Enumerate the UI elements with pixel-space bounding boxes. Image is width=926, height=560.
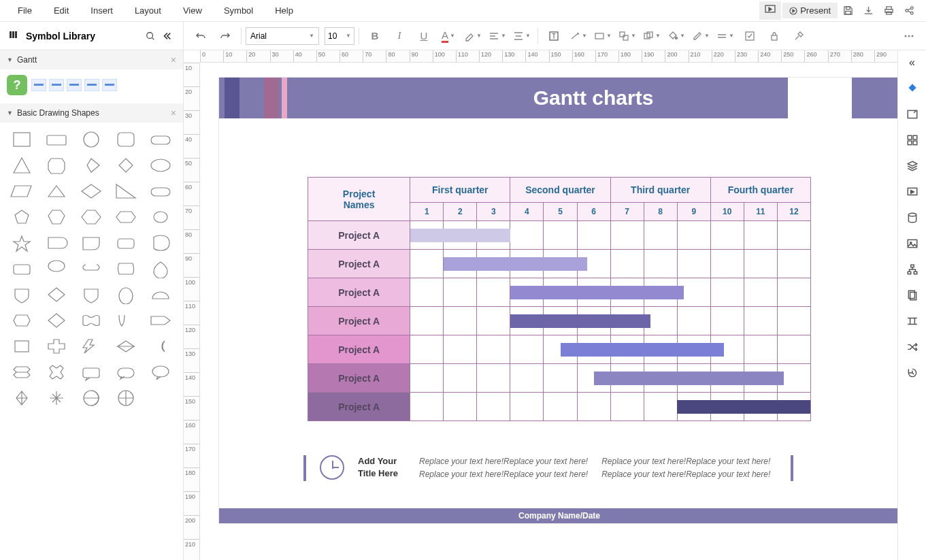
shape-thumb[interactable] xyxy=(78,129,105,150)
underline-icon[interactable]: U xyxy=(412,24,435,48)
group-icon[interactable]: ▼ xyxy=(616,24,639,48)
grid-icon[interactable] xyxy=(904,132,921,148)
shape-thumb[interactable] xyxy=(8,388,35,408)
bold-icon[interactable]: B xyxy=(363,24,386,48)
font-size-select[interactable]: 10▼ xyxy=(325,27,354,45)
shape-thumb[interactable] xyxy=(43,336,70,357)
gantt-row[interactable]: Project A xyxy=(308,221,811,250)
shape-thumb[interactable] xyxy=(147,129,174,150)
menu-insert[interactable]: Insert xyxy=(80,5,124,16)
checkbox-icon[interactable] xyxy=(738,24,761,48)
shape-thumb[interactable] xyxy=(112,155,139,176)
shape-thumb[interactable] xyxy=(147,207,174,227)
shape-thumb[interactable] xyxy=(43,129,70,150)
shape-thumb[interactable] xyxy=(112,336,139,357)
gantt-row[interactable]: Project A xyxy=(308,393,811,421)
shape-thumb[interactable] xyxy=(147,155,174,176)
layers-icon[interactable]: ▼ xyxy=(640,24,663,48)
undo-icon[interactable] xyxy=(189,24,212,48)
hierarchy-icon[interactable] xyxy=(904,261,921,278)
export-frame-icon[interactable] xyxy=(904,106,921,122)
lock-icon[interactable] xyxy=(763,24,786,48)
align-icon[interactable]: ▼ xyxy=(486,24,509,48)
history-icon[interactable] xyxy=(904,365,921,381)
gantt-thumb[interactable] xyxy=(31,79,46,91)
shape-thumb[interactable] xyxy=(78,362,105,382)
highlight-icon[interactable]: ▼ xyxy=(461,24,484,48)
print-icon[interactable] xyxy=(878,1,899,20)
shape-thumb[interactable] xyxy=(147,336,174,357)
shape-thumb[interactable] xyxy=(78,388,105,408)
shape-thumb[interactable] xyxy=(78,233,105,253)
menu-layout[interactable]: Layout xyxy=(124,5,172,16)
present-button[interactable]: Present xyxy=(782,3,838,18)
theme-icon[interactable] xyxy=(904,80,921,97)
shape-thumb[interactable] xyxy=(8,336,35,357)
shape-thumb[interactable] xyxy=(8,181,35,201)
shape-thumb[interactable] xyxy=(8,233,35,253)
canvas[interactable]: 0102030405060708090100110120130140150160… xyxy=(184,50,897,560)
shape-thumb[interactable] xyxy=(78,259,105,279)
expand-panel-icon[interactable]: « xyxy=(904,54,921,71)
section-gantt[interactable]: ▼Gantt× xyxy=(0,50,183,69)
shape-thumb[interactable] xyxy=(147,259,174,279)
gantt-row[interactable]: Project A xyxy=(308,250,811,278)
gantt-thumb[interactable] xyxy=(49,79,64,91)
menu-file[interactable]: File xyxy=(7,5,43,16)
shape-thumb[interactable] xyxy=(78,284,105,305)
shape-thumb[interactable] xyxy=(112,181,139,201)
shape-thumb[interactable] xyxy=(147,181,174,201)
shape-thumb[interactable] xyxy=(78,181,105,201)
font-color-icon[interactable]: A▼ xyxy=(437,24,460,48)
close-icon[interactable]: × xyxy=(171,54,176,65)
gantt-row[interactable]: Project A xyxy=(308,364,811,393)
close-icon[interactable]: × xyxy=(171,108,176,118)
shape-thumb[interactable] xyxy=(8,284,35,305)
clipboard-icon[interactable] xyxy=(904,287,921,303)
shape-thumb[interactable] xyxy=(147,362,174,382)
menu-edit[interactable]: Edit xyxy=(43,5,80,16)
search-icon[interactable] xyxy=(142,27,159,46)
shape-thumb[interactable] xyxy=(112,207,139,227)
gantt-thumb[interactable] xyxy=(84,79,99,91)
help-icon[interactable]: ? xyxy=(7,75,27,95)
menu-symbol[interactable]: Symbol xyxy=(213,5,264,16)
shape-thumb[interactable] xyxy=(112,388,139,408)
section-shapes[interactable]: ▼Basic Drawing Shapes× xyxy=(0,103,183,122)
shape-thumb[interactable] xyxy=(43,259,70,279)
share-icon[interactable] xyxy=(899,1,919,20)
text-tool-icon[interactable]: T xyxy=(542,24,565,48)
shape-thumb[interactable] xyxy=(43,310,70,331)
shape-thumb[interactable] xyxy=(112,284,139,305)
shape-thumb[interactable] xyxy=(147,233,174,253)
page[interactable]: Gantt charts Project Names First quarter… xyxy=(219,78,897,523)
shape-rect-icon[interactable]: ▼ xyxy=(591,24,614,48)
collapse-sidebar-icon[interactable] xyxy=(159,27,175,46)
shape-thumb[interactable] xyxy=(78,310,105,331)
menu-view[interactable]: View xyxy=(172,5,213,16)
gantt-thumb[interactable] xyxy=(67,79,82,91)
save-icon[interactable] xyxy=(838,1,858,20)
shape-thumb[interactable] xyxy=(43,181,70,201)
shuffle-icon[interactable] xyxy=(904,339,921,355)
gantt-row[interactable]: Project A xyxy=(308,307,811,335)
presentation-icon[interactable] xyxy=(904,184,921,200)
shape-thumb[interactable] xyxy=(112,233,139,253)
gantt-table[interactable]: Project Names First quarter Second quart… xyxy=(308,177,811,421)
shape-thumb[interactable] xyxy=(78,336,105,357)
spacing-icon[interactable] xyxy=(904,313,921,329)
shape-thumb[interactable] xyxy=(147,284,174,305)
shape-thumb[interactable] xyxy=(43,155,70,176)
shape-thumb[interactable] xyxy=(112,310,139,331)
line-color-icon[interactable]: ▼ xyxy=(689,24,712,48)
shape-thumb[interactable] xyxy=(8,129,35,150)
shape-thumb[interactable] xyxy=(112,362,139,382)
shape-thumb[interactable] xyxy=(43,388,70,408)
menu-help[interactable]: Help xyxy=(264,5,304,16)
shape-thumb[interactable] xyxy=(112,129,139,150)
more-icon[interactable] xyxy=(897,24,921,48)
shape-thumb[interactable] xyxy=(147,310,174,331)
gantt-row[interactable]: Project A xyxy=(308,278,811,307)
shape-thumb[interactable] xyxy=(43,207,70,227)
shape-thumb[interactable] xyxy=(43,362,70,382)
